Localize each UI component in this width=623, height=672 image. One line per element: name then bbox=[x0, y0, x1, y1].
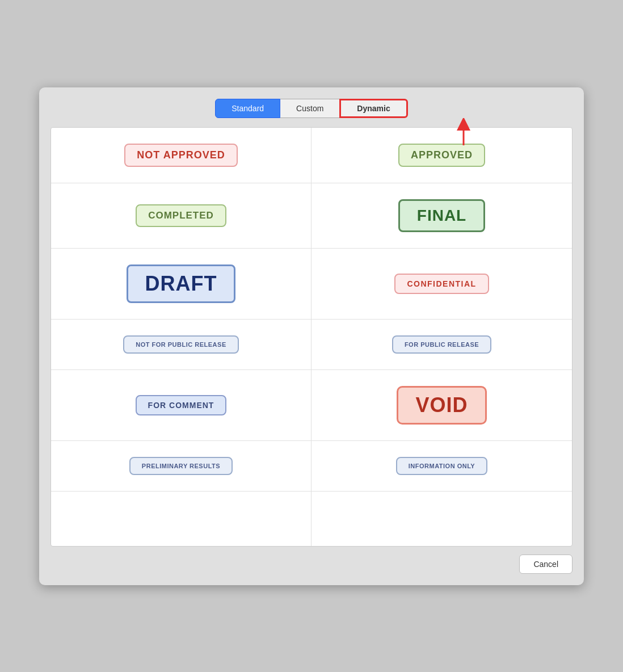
stamp-cell-not-approved[interactable]: NOT APPROVED bbox=[51, 128, 312, 183]
stamp-approved[interactable]: APPROVED bbox=[398, 144, 485, 167]
stamp-cell-draft[interactable]: DRAFT bbox=[51, 249, 312, 320]
stamp-cell-for-comment[interactable]: FOR COMMENT bbox=[51, 370, 312, 441]
stamp-for-comment[interactable]: FOR COMMENT bbox=[136, 395, 227, 415]
stamp-cell-partial-left[interactable] bbox=[51, 492, 312, 546]
bottom-bar: Cancel bbox=[50, 547, 573, 574]
stamp-cell-preliminary[interactable]: PRELIMINARY RESULTS bbox=[51, 441, 312, 492]
cancel-button[interactable]: Cancel bbox=[519, 555, 573, 574]
stamp-cell-approved[interactable]: APPROVED bbox=[312, 128, 572, 183]
stamp-information-only[interactable]: INFORMATION ONLY bbox=[396, 457, 487, 475]
stamp-dialog: Standard Custom Dynamic NOT APPROVED APP… bbox=[39, 87, 584, 585]
stamp-cell-completed[interactable]: COMPLETED bbox=[51, 183, 312, 249]
stamp-preliminary[interactable]: PRELIMINARY RESULTS bbox=[129, 457, 233, 475]
stamp-cell-for-public[interactable]: FOR PUBLIC RELEASE bbox=[312, 320, 572, 370]
stamp-grid: NOT APPROVED APPROVED COMPLETED FINAL DR… bbox=[51, 128, 572, 546]
tab-standard[interactable]: Standard bbox=[215, 99, 280, 118]
stamp-cell-final[interactable]: FINAL bbox=[312, 183, 572, 249]
annotation-arrow bbox=[447, 118, 481, 146]
stamp-cell-partial-right bbox=[312, 492, 572, 546]
stamp-void[interactable]: VOID bbox=[397, 386, 486, 425]
stamp-not-public[interactable]: NOT FOR PUBLIC RELEASE bbox=[123, 335, 239, 354]
stamp-cell-void[interactable]: VOID bbox=[312, 370, 572, 441]
tab-custom[interactable]: Custom bbox=[280, 99, 339, 118]
tab-dynamic[interactable]: Dynamic bbox=[339, 99, 407, 118]
stamp-cell-not-public[interactable]: NOT FOR PUBLIC RELEASE bbox=[51, 320, 312, 370]
stamp-completed[interactable]: COMPLETED bbox=[136, 204, 226, 227]
stamp-cell-confidential[interactable]: CONFIDENTIAL bbox=[312, 249, 572, 320]
stamp-confidential[interactable]: CONFIDENTIAL bbox=[394, 274, 489, 294]
stamp-final[interactable]: FINAL bbox=[398, 199, 485, 232]
stamps-content-area: NOT APPROVED APPROVED COMPLETED FINAL DR… bbox=[50, 127, 573, 547]
tab-bar: Standard Custom Dynamic bbox=[215, 99, 407, 118]
stamp-not-approved[interactable]: NOT APPROVED bbox=[124, 144, 237, 167]
stamp-cell-info-only[interactable]: INFORMATION ONLY bbox=[312, 441, 572, 492]
stamp-draft[interactable]: DRAFT bbox=[127, 264, 236, 303]
stamp-for-public[interactable]: FOR PUBLIC RELEASE bbox=[392, 335, 491, 354]
